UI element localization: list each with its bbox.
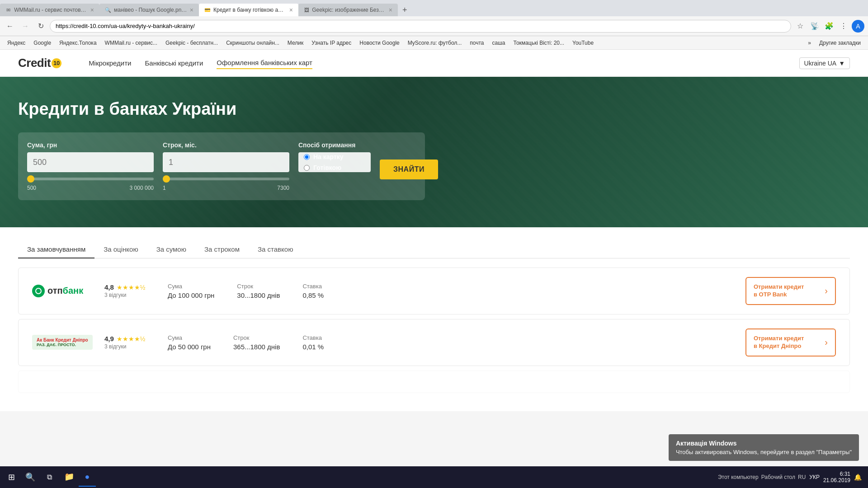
radio-card-input[interactable] [304, 154, 310, 160]
bookmark-mail[interactable]: почта [466, 38, 487, 47]
radio-cash-label: Готівкою [313, 164, 341, 171]
bookmark-mail-label: почта [470, 40, 484, 46]
kd-get-credit-button[interactable]: Отримати кредит в Кредит Дніпро › [745, 328, 836, 357]
bookmark-other[interactable]: Другие закладки [816, 38, 864, 47]
bookmark-sasha[interactable]: саша [489, 38, 509, 47]
bookmarks-more-button[interactable]: » [804, 38, 815, 47]
browser-tab-3[interactable]: 💳 Кредит в банку готівкою або... × [199, 4, 298, 16]
amount-label: Сума, грн [27, 141, 154, 149]
bookmark-google[interactable]: Google [30, 38, 55, 47]
kd-logo-text: Ак Банк Кредит Дніпро РАЗ. ДАЄ. ПРОСТО. [37, 338, 88, 347]
radio-card-label: На картку [313, 153, 344, 160]
nav-microcredits[interactable]: Мікрокредити [89, 57, 131, 69]
browser-tab-4[interactable]: 🖼 Geekpic: изображение Безымян... × [298, 4, 398, 16]
sort-tab-amount[interactable]: За сумою [147, 241, 195, 258]
bookmark-geekpic[interactable]: Geekpic - бесплатн... [162, 38, 222, 47]
taskbar-right: Этот компьютер Рабочий стол RU УКР 6:31 … [713, 471, 866, 483]
bookmark-youtube-label: YouTube [572, 40, 594, 46]
kd-logo-line2: РАЗ. ДАЄ. ПРОСТО. [37, 343, 88, 347]
browser-tab-1[interactable]: ✉ WMMail.ru - сервис почтовых... × [0, 4, 99, 16]
kd-btn-text: Отримати кредит в Кредит Дніпро [754, 335, 804, 350]
amount-slider-track[interactable] [27, 178, 154, 180]
taskbar-language[interactable]: УКР [809, 474, 820, 480]
tab-favicon-2: 🔍 [105, 7, 111, 13]
taskbar-search-icon: 🔍 [25, 472, 35, 482]
sort-tab-default[interactable]: За замовчуванням [18, 241, 94, 258]
win-activation-title: Активація Windows [676, 440, 852, 447]
otp-btn-arrow: › [825, 286, 828, 296]
forward-button[interactable]: → [19, 20, 32, 33]
tab-title-1: WMMail.ru - сервис почтовых... [14, 7, 88, 13]
lang-dropdown-icon: ▼ [839, 60, 845, 67]
otp-get-credit-button[interactable]: Отримати кредит в OTP Bank › [745, 277, 836, 305]
find-button[interactable]: ЗНАЙТИ [380, 160, 438, 179]
tab-title-3: Кредит в банку готівкою або... [213, 7, 287, 13]
taskbar-search-button[interactable]: 🔍 [21, 468, 40, 487]
amount-slider-thumb[interactable] [27, 175, 34, 183]
tab-close-1[interactable]: × [90, 6, 94, 14]
bookmark-screenshots[interactable]: Скриншоты онлайн... [222, 38, 283, 47]
kd-logo-line1: Ак Банк Кредит Дніпро [37, 338, 88, 343]
cast-icon[interactable]: 📡 [808, 20, 821, 33]
search-box: Сума, грн 500 3 000 000 Строк, міс. 1 [18, 132, 425, 200]
radio-card[interactable]: На картку [304, 153, 365, 160]
otp-icon-inner [35, 288, 42, 294]
taskbar-notification-button[interactable]: 🔔 [854, 474, 862, 481]
otp-rate-label: Ставка [302, 283, 324, 290]
clock-date: 21.06.2019 [823, 477, 850, 483]
term-input[interactable] [163, 152, 289, 172]
main-content: За замовчуванням За оцінкою За сумою За … [0, 227, 868, 411]
bookmark-sasha-label: саша [492, 40, 505, 46]
otp-text: отпбанк [47, 286, 83, 296]
bookmark-youtube[interactable]: YouTube [569, 38, 597, 47]
amount-max-label: 3 000 000 [130, 185, 154, 191]
bookmark-yandex[interactable]: Яндекс [4, 38, 29, 47]
otp-btn-text: Отримати кредит в OTP Bank [754, 283, 804, 299]
website: Credit 10 Мікрокредити Банківські кредит… [0, 50, 868, 411]
language-selector[interactable]: Ukraine UA ▼ [799, 57, 850, 69]
bookmark-tokmatski[interactable]: Токмацькі Вісті: 20... [510, 38, 568, 47]
amount-input[interactable] [27, 152, 154, 172]
bookmark-myscore[interactable]: MyScore.ru: футбол... [404, 38, 466, 47]
term-slider-thumb[interactable] [163, 175, 170, 183]
bookmark-geekpic-label: Geekpic - бесплатн... [165, 40, 218, 46]
taskbar-app-chrome[interactable]: ● [79, 468, 96, 487]
sort-tab-rating[interactable]: За оцінкою [94, 241, 147, 258]
taskbar-taskview-button[interactable]: ⧉ [40, 468, 59, 487]
term-slider-track[interactable] [163, 178, 289, 180]
back-button[interactable]: ← [4, 20, 16, 33]
radio-cash[interactable]: Готівкою [304, 164, 365, 171]
new-tab-button[interactable]: + [398, 4, 412, 16]
kd-amount-value: До 50 000 грн [168, 343, 211, 351]
nav-bank-credits[interactable]: Банківські кредити [145, 57, 203, 69]
browser-tab-2[interactable]: 🔍 манівео - Пошук Google.png -... × [99, 4, 199, 16]
bookmark-wmmail[interactable]: WMMail.ru - сервис... [101, 38, 161, 47]
tab-close-4[interactable]: × [389, 6, 392, 14]
bookmark-news[interactable]: Новости Google [356, 38, 403, 47]
systray-label-desktop: Рабочий стол [761, 474, 795, 480]
sort-tab-rate[interactable]: За ставкою [249, 241, 302, 258]
sort-tab-term[interactable]: За строком [195, 241, 249, 258]
logo[interactable]: Credit 10 [18, 56, 61, 70]
systray-label-this-pc: Этот компьютер [718, 474, 759, 480]
extensions-icon[interactable]: 🧩 [823, 20, 835, 33]
header-right: Ukraine UA ▼ [799, 57, 850, 69]
bookmark-ip[interactable]: Узнать IP адрес [308, 38, 355, 47]
tab-close-2[interactable]: × [190, 6, 193, 14]
tab-favicon-3: 💳 [204, 7, 211, 13]
profile-icon[interactable]: A [852, 20, 864, 33]
menu-icon[interactable]: ⋮ [837, 20, 850, 33]
tab-close-3[interactable]: × [289, 6, 293, 14]
address-bar[interactable] [50, 20, 791, 33]
bank-card-placeholder [18, 371, 850, 393]
taskbar-app-explorer[interactable]: 📁 [61, 468, 78, 487]
nav-bank-cards[interactable]: Оформлення банківських карт [217, 57, 312, 69]
refresh-button[interactable]: ↻ [34, 20, 47, 33]
bookmark-melik[interactable]: Мелик [284, 38, 307, 47]
bookmark-toloka[interactable]: Яндекс.Толока [56, 38, 100, 47]
start-button[interactable]: ⊞ [2, 468, 21, 487]
bookmark-star-icon[interactable]: ☆ [794, 20, 807, 33]
radio-cash-input[interactable] [304, 165, 310, 171]
tab-title-2: манівео - Пошук Google.png -... [114, 7, 187, 13]
amount-field: Сума, грн 500 3 000 000 [27, 141, 154, 191]
